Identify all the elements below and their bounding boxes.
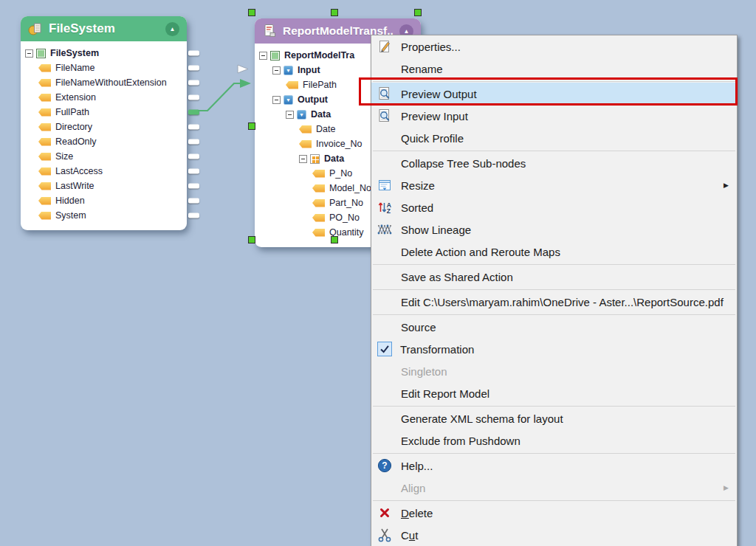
menu-item-label: Rename [401,63,443,75]
filesystem-source-icon [28,21,43,36]
tree-item-label: Input [298,65,320,75]
menu-separator [373,314,735,315]
tree-item-readonly[interactable]: ReadOnly [21,134,187,149]
selection-handle[interactable] [414,9,422,16]
menu-item-cut[interactable]: Cut [371,524,737,546]
menu-item-label: Show Lineage [401,224,471,236]
filesystem-node-header[interactable]: FileSystem [21,16,187,41]
menu-item-sorted[interactable]: AZSorted [371,196,737,218]
menu-item-help[interactable]: ?Help... [371,455,737,477]
tree-item-label: LastWrite [55,181,94,191]
output-port-size[interactable] [188,154,199,159]
no-icon [377,269,393,285]
selection-handle[interactable] [248,122,255,130]
selection-handle[interactable] [331,9,338,16]
tree-item-label: Size [55,151,73,162]
collapse-minus-icon[interactable] [272,66,281,75]
tree-item-size[interactable]: Size [21,149,187,164]
no-icon [377,410,393,426]
tree-item-system[interactable]: System [21,208,187,223]
menu-separator [373,151,735,151]
field-tag-icon [312,170,325,178]
preview-icon [377,108,393,124]
output-port-readonly[interactable] [188,139,199,145]
output-port-filenamewithoutextension[interactable] [188,80,199,86]
menu-item-preview-output[interactable]: Preview Output [371,83,737,105]
filesystem-collapse-button[interactable] [165,22,179,36]
tree-item-hidden[interactable]: Hidden [21,193,187,208]
menu-item-save-as-shared-action[interactable]: Save as Shared Action [371,266,737,288]
check-icon [377,342,392,356]
menu-item-source[interactable]: Source [371,316,737,338]
menu-item-label: Exclude from Pushdown [401,435,520,447]
menu-item-delete-action-and-reroute-maps[interactable]: Delete Action and Reroute Maps [371,241,737,263]
help-icon: ? [377,457,393,474]
menu-item-show-lineage[interactable]: Show Lineage [371,218,737,241]
tree-item-fullpath[interactable]: FullPath [21,105,187,120]
menu-item-label: Edit C:\Users\maryam.rahim\OneDrive - As… [401,296,724,308]
tree-item-label: Invoice_No [316,139,362,149]
no-icon [377,319,393,335]
output-port-lastwrite[interactable] [188,184,199,189]
collapse-minus-icon[interactable] [299,155,307,163]
menu-item-rename[interactable]: Rename [371,58,737,80]
menu-item-transformation[interactable]: Transformation [371,338,737,360]
output-port-fullpath[interactable] [188,110,199,115]
tree-item-label: FileNameWithoutExtension [55,77,167,88]
selection-handle[interactable] [331,236,338,243]
collapse-minus-icon[interactable] [286,111,294,119]
output-port-hidden[interactable] [188,198,199,204]
no-icon [377,294,393,310]
output-port-filename[interactable] [188,66,199,71]
selection-handle[interactable] [248,236,255,243]
tree-item-directory[interactable]: Directory [21,120,187,134]
field-tag-icon [312,229,325,237]
collapse-minus-icon[interactable] [259,52,267,60]
context-menu-items: Properties...RenamePreview OutputPreview… [371,35,737,546]
tree-item-extension[interactable]: Extension [21,90,187,105]
unmapped-input-arrow-icon [238,65,248,73]
green-square-icon [36,49,46,58]
menu-item-generate-xml-schema-for-layout[interactable]: Generate XML schema for layout [371,407,737,429]
field-tag-icon [38,79,51,87]
tree-item-label: LastAccess [55,166,103,176]
connected-input-arrow-icon [240,79,251,88]
collapse-minus-icon[interactable] [25,49,33,58]
tree-item-filename[interactable]: FileName [21,61,187,75]
menu-item-preview-input[interactable]: Preview Input [371,105,737,127]
menu-item-singleton: Singleton [371,360,737,382]
tree-item-label: ReportModelTra [284,50,354,61]
tree-item-label: FileSystem [50,48,99,58]
output-port-lastaccess[interactable] [188,169,199,174]
blue-node-icon [297,110,306,120]
tree-item-lastwrite[interactable]: LastWrite [21,179,187,193]
lineage-icon [377,221,393,238]
menu-item-resize[interactable]: Resize▶ [371,174,737,196]
tree-item-lastaccess[interactable]: LastAccess [21,164,187,179]
svg-text:Z: Z [387,207,391,215]
menu-item-label: Save as Shared Action [401,271,513,283]
filesystem-node[interactable]: FileSystem FileSystemFileNameFileNameWit… [21,16,187,230]
menu-item-edit-report-model[interactable]: Edit Report Model [371,382,737,404]
resize-icon [377,177,393,193]
output-port-extension[interactable] [188,95,199,100]
report-model-header-icon [262,24,277,38]
output-port-directory[interactable] [188,125,199,130]
menu-item-label: Collapse Tree Sub-nodes [401,157,526,170]
menu-item-collapse-tree-sub-nodes[interactable]: Collapse Tree Sub-nodes [371,152,737,174]
menu-item-label: Resize [401,179,435,192]
menu-item-properties[interactable]: Properties... [371,35,737,58]
menu-item-label: Cut [401,529,418,542]
menu-item-quick-profile[interactable]: Quick Profile [371,127,737,149]
output-port-system[interactable] [188,213,199,218]
collapse-minus-icon[interactable] [272,96,281,104]
menu-separator [373,289,735,290]
selection-handle[interactable] [248,9,255,16]
tree-item-filesystem[interactable]: FileSystem [21,46,187,61]
menu-item-edit-c-users-maryam-rahim-onedrive-aster[interactable]: Edit C:\Users\maryam.rahim\OneDrive - As… [371,291,737,313]
output-port-filesystem[interactable] [188,51,199,56]
tree-item-filenamewithoutextension[interactable]: FileNameWithoutExtension [21,75,187,90]
menu-item-exclude-from-pushdown[interactable]: Exclude from Pushdown [371,429,737,452]
menu-item-label: Sorted [401,201,433,214]
menu-item-delete[interactable]: Delete [371,502,737,524]
